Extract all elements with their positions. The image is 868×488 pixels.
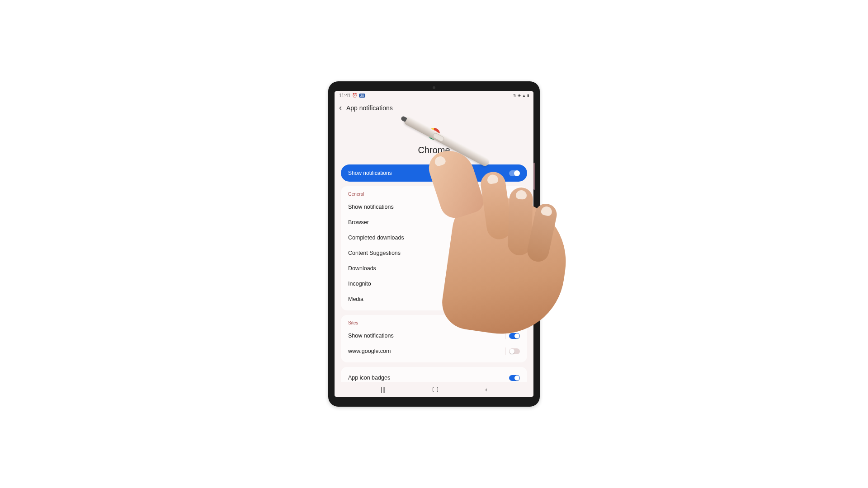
screen: 11:41 ⏰ 28 ⇅ ◈ ▲ ▮ ‹ App notifications C… <box>335 91 533 397</box>
toggle-google-com[interactable] <box>509 348 520 354</box>
row-content-suggestions[interactable]: Content Suggestions <box>348 245 520 261</box>
app-identity: Chrome <box>335 114 533 164</box>
header: ‹ App notifications <box>335 99 533 114</box>
status-time: 11:41 <box>339 93 350 98</box>
row-incognito[interactable]: Incognito <box>348 276 520 291</box>
row-app-icon-badges[interactable]: App icon badges <box>348 371 520 382</box>
row-label: Browser <box>348 219 369 225</box>
master-toggle-switch[interactable] <box>509 170 520 176</box>
row-label: Content Suggestions <box>348 250 401 256</box>
row-label: Show notifications <box>348 333 394 339</box>
row-downloads[interactable]: Downloads <box>348 261 520 276</box>
section-misc: App icon badges In-app notification sett… <box>341 367 527 382</box>
tablet-camera <box>433 86 435 89</box>
row-sites-show-notifications[interactable]: Show notifications <box>348 328 520 343</box>
row-show-notifications[interactable]: Show notifications <box>348 199 520 215</box>
row-browser[interactable]: Browser <box>348 215 520 230</box>
section-title-general: General <box>348 190 520 199</box>
toggle-show-notifications[interactable] <box>509 204 520 210</box>
navigation-bar: ||| ‹ <box>335 382 533 397</box>
section-title-sites: Sites <box>348 319 520 328</box>
back-button[interactable]: ‹ <box>339 103 342 113</box>
status-data-icon: ⇅ <box>513 94 516 98</box>
status-wifi-icon: ◈ <box>518 93 521 98</box>
row-label: www.google.com <box>348 348 391 354</box>
status-date-badge: 28 <box>359 94 365 98</box>
tablet-frame: 11:41 ⏰ 28 ⇅ ◈ ▲ ▮ ‹ App notifications C… <box>328 81 540 407</box>
toggle-completed-downloads[interactable] <box>509 235 520 241</box>
row-label: Media <box>348 296 363 302</box>
toggle-browser[interactable] <box>509 220 520 225</box>
app-name: Chrome <box>418 145 450 155</box>
toggle-sites-show-notifications[interactable] <box>509 333 520 339</box>
status-bar: 11:41 ⏰ 28 ⇅ ◈ ▲ ▮ <box>335 91 533 99</box>
toggle-downloads[interactable] <box>509 266 520 272</box>
status-signal-icon: ▲ <box>522 94 526 98</box>
chrome-icon <box>428 128 440 140</box>
recents-button[interactable]: ||| <box>381 386 386 393</box>
status-alarm-icon: ⏰ <box>352 93 357 98</box>
page-title: App notifications <box>346 104 393 112</box>
row-label: Completed downloads <box>348 235 404 241</box>
row-label: Incognito <box>348 281 371 287</box>
section-general: General Show notifications Browser Compl… <box>341 186 527 310</box>
home-button[interactable] <box>433 387 438 392</box>
toggle-content-suggestions[interactable] <box>509 250 520 256</box>
row-label: App icon badges <box>348 375 390 381</box>
section-sites: Sites Show notifications www.google.com <box>341 315 527 362</box>
row-google-com[interactable]: www.google.com <box>348 343 520 359</box>
row-label: Downloads <box>348 265 376 272</box>
toggle-incognito[interactable] <box>509 281 520 287</box>
toggle-app-icon-badges[interactable] <box>509 375 520 381</box>
row-media[interactable]: Media <box>348 291 520 307</box>
master-toggle-label: Show notifications <box>348 170 392 176</box>
scroll-indicator <box>533 163 535 190</box>
back-nav-button[interactable]: ‹ <box>485 386 487 393</box>
settings-content: Show notifications General Show notifica… <box>335 164 533 382</box>
status-battery-icon: ▮ <box>527 94 529 98</box>
master-toggle-row[interactable]: Show notifications <box>341 164 527 182</box>
toggle-media[interactable] <box>509 296 520 302</box>
row-label: Show notifications <box>348 204 394 210</box>
row-completed-downloads[interactable]: Completed downloads <box>348 230 520 245</box>
